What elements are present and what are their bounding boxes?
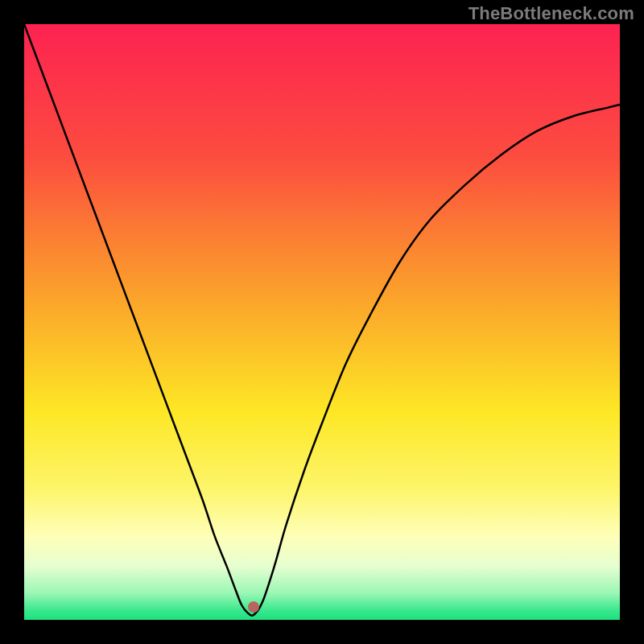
watermark-text: TheBottleneck.com: [469, 3, 634, 24]
bottleneck-curve: [24, 24, 620, 616]
min-marker: [248, 601, 259, 613]
curve-layer: [24, 24, 620, 620]
chart-frame: TheBottleneck.com: [0, 0, 644, 644]
plot-area: [24, 24, 620, 620]
